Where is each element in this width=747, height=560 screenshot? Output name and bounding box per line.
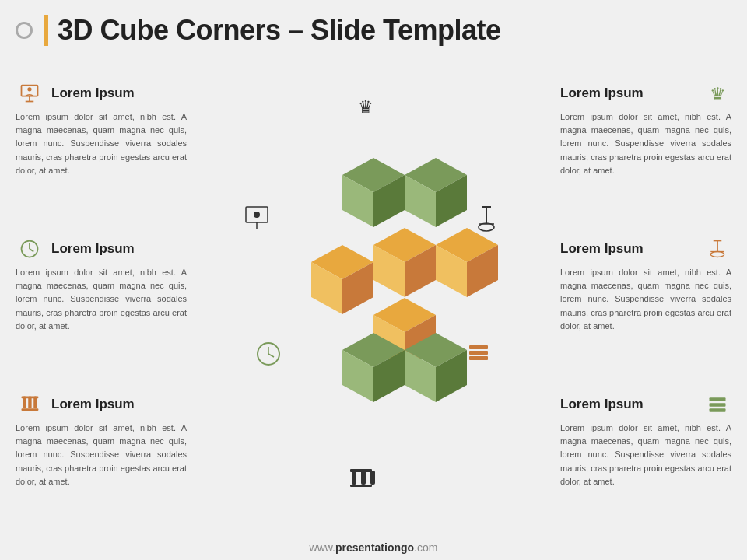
svg-rect-60 [710,398,726,401]
footer: www.presentationgo.com [0,541,747,554]
svg-rect-25 [469,345,488,349]
page-title: 3D Cube Corners – Slide Template [58,14,501,47]
svg-line-6 [30,249,33,252]
books-stack-icon [703,390,731,418]
right-title-2: Lorem Ipsum [560,241,644,257]
footer-text: www.presentationgo.com [310,541,438,554]
chess-piece-icon: ♛ [703,79,731,107]
presentation-icon [16,79,44,107]
right-text-3: Lorem ipsum dolor sit amet, nibh est. A … [560,422,731,488]
center-column: ♛ [187,54,560,544]
left-block-2: Lorem Ipsum Lorem ipsum dolor sit amet, … [16,235,187,332]
main-content: Lorem Ipsum Lorem ipsum dolor sit amet, … [0,54,747,544]
svg-rect-27 [361,471,366,485]
svg-rect-23 [469,351,488,355]
svg-point-3 [27,88,31,92]
left-column: Lorem Ipsum Lorem ipsum dolor sit amet, … [8,54,187,544]
right-block-2: Lorem Ipsum Lorem ipsum dolor sit amet, … [560,235,731,332]
svg-point-15 [254,212,260,218]
svg-line-22 [268,354,274,357]
svg-rect-28 [370,471,375,485]
right-title-1: Lorem Ipsum [560,86,644,101]
right-text-2: Lorem ipsum dolor sit amet, nibh est. A … [560,266,731,332]
right-text-1: Lorem ipsum dolor sit amet, nibh est. A … [560,110,731,177]
footer-brand: presentationgo [335,541,414,554]
left-block-3: Lorem Ipsum Lorem ipsum dolor sit amet, … [16,390,187,488]
svg-rect-29 [350,469,372,472]
svg-point-58 [710,252,724,257]
left-text-1: Lorem ipsum dolor sit amet, nibh est. A … [16,110,187,177]
3d-cube-diagram: ♛ [210,97,537,502]
left-block-1: Lorem Ipsum Lorem ipsum dolor sit amet, … [16,79,187,177]
test-tubes-icon [16,390,44,418]
left-text-3: Lorem ipsum dolor sit amet, nibh est. A … [16,422,187,488]
svg-rect-26 [352,471,356,485]
svg-rect-62 [710,409,726,412]
left-title-3: Lorem Ipsum [51,397,135,412]
svg-rect-61 [710,404,726,407]
right-column: Lorem Ipsum ♛ Lorem ipsum dolor sit amet… [560,54,739,544]
right-block-1: Lorem Ipsum ♛ Lorem ipsum dolor sit amet… [560,79,731,177]
clock-icon [16,235,44,263]
left-text-2: Lorem ipsum dolor sit amet, nibh est. A … [16,266,187,332]
header-accent-line [44,15,48,46]
left-title-1: Lorem Ipsum [51,86,135,101]
svg-rect-24 [469,356,488,360]
svg-rect-10 [22,409,39,411]
right-block-3: Lorem Ipsum Lorem ipsum dolor sit amet, … [560,390,731,488]
header-circle-decoration [16,22,33,39]
header: 3D Cube Corners – Slide Template [0,0,747,54]
svg-text:♛: ♛ [710,84,726,104]
microscope-icon [703,235,731,263]
svg-rect-30 [350,485,372,487]
right-title-3: Lorem Ipsum [560,397,644,412]
svg-rect-11 [22,397,39,399]
left-title-2: Lorem Ipsum [51,241,135,257]
svg-text:♛: ♛ [358,97,374,117]
